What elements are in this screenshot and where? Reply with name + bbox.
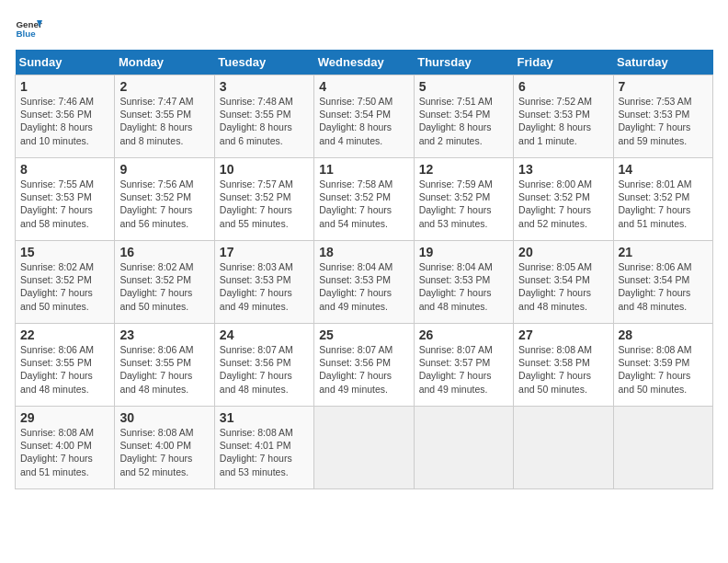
day-number: 22 (20, 327, 109, 342)
day-info: Sunrise: 8:08 AMSunset: 4:00 PMDaylight:… (20, 427, 94, 477)
weekday-header: Friday (514, 50, 613, 75)
calendar-cell: 8 Sunrise: 7:55 AMSunset: 3:53 PMDayligh… (16, 158, 115, 241)
calendar-cell: 14 Sunrise: 8:01 AMSunset: 3:52 PMDaylig… (613, 158, 712, 241)
day-info: Sunrise: 7:55 AMSunset: 3:53 PMDaylight:… (20, 178, 94, 229)
day-info: Sunrise: 7:57 AMSunset: 3:52 PMDaylight:… (220, 178, 293, 229)
weekday-header: Monday (115, 50, 214, 75)
day-info: Sunrise: 7:59 AMSunset: 3:52 PMDaylight:… (419, 178, 493, 229)
calendar-week-row: 15 Sunrise: 8:02 AMSunset: 3:52 PMDaylig… (16, 241, 713, 324)
day-info: Sunrise: 8:04 AMSunset: 3:53 PMDaylight:… (319, 261, 392, 312)
calendar-cell: 5 Sunrise: 7:51 AMSunset: 3:54 PMDayligh… (414, 75, 513, 158)
logo-icon: General Blue (15, 15, 42, 42)
calendar-cell: 25 Sunrise: 8:07 AMSunset: 3:56 PMDaylig… (314, 324, 414, 407)
day-info: Sunrise: 7:53 AMSunset: 3:53 PMDaylight:… (619, 96, 692, 146)
day-info: Sunrise: 8:02 AMSunset: 3:52 PMDaylight:… (20, 261, 94, 312)
day-number: 2 (119, 79, 209, 94)
calendar-cell: 13 Sunrise: 8:00 AMSunset: 3:52 PMDaylig… (514, 158, 613, 241)
calendar-cell: 15 Sunrise: 8:02 AMSunset: 3:52 PMDaylig… (16, 241, 115, 324)
day-info: Sunrise: 8:05 AMSunset: 3:54 PMDaylight:… (518, 261, 592, 312)
svg-text:Blue: Blue (17, 29, 37, 39)
calendar-cell: 1 Sunrise: 7:46 AMSunset: 3:56 PMDayligh… (16, 75, 115, 158)
day-number: 8 (20, 162, 109, 177)
day-info: Sunrise: 8:01 AMSunset: 3:52 PMDaylight:… (619, 178, 692, 229)
day-info: Sunrise: 8:08 AMSunset: 3:59 PMDaylight:… (619, 344, 692, 395)
calendar-cell: 6 Sunrise: 7:52 AMSunset: 3:53 PMDayligh… (514, 75, 613, 158)
day-number: 10 (220, 162, 309, 177)
calendar-week-row: 8 Sunrise: 7:55 AMSunset: 3:53 PMDayligh… (16, 158, 713, 241)
calendar-week-row: 22 Sunrise: 8:06 AMSunset: 3:55 PMDaylig… (16, 324, 713, 407)
day-number: 23 (119, 327, 209, 342)
day-number: 21 (619, 245, 708, 259)
day-number: 14 (619, 162, 708, 177)
day-info: Sunrise: 8:08 AMSunset: 3:58 PMDaylight:… (518, 344, 592, 395)
header: General Blue (15, 15, 713, 42)
calendar-cell: 18 Sunrise: 8:04 AMSunset: 3:53 PMDaylig… (314, 241, 414, 324)
day-info: Sunrise: 7:46 AMSunset: 3:56 PMDaylight:… (20, 96, 94, 146)
day-number: 5 (419, 79, 508, 94)
calendar-cell: 9 Sunrise: 7:56 AMSunset: 3:52 PMDayligh… (115, 158, 214, 241)
day-number: 17 (220, 245, 309, 259)
day-number: 7 (619, 79, 708, 94)
day-info: Sunrise: 7:50 AMSunset: 3:54 PMDaylight:… (319, 96, 392, 146)
day-info: Sunrise: 7:52 AMSunset: 3:53 PMDaylight:… (518, 96, 592, 146)
calendar-cell: 21 Sunrise: 8:06 AMSunset: 3:54 PMDaylig… (613, 241, 712, 324)
day-info: Sunrise: 8:04 AMSunset: 3:53 PMDaylight:… (419, 261, 493, 312)
calendar-week-row: 1 Sunrise: 7:46 AMSunset: 3:56 PMDayligh… (16, 75, 713, 158)
weekday-header: Thursday (414, 50, 513, 75)
day-number: 29 (20, 410, 109, 425)
day-info: Sunrise: 7:48 AMSunset: 3:55 PMDaylight:… (220, 96, 293, 146)
calendar-cell: 12 Sunrise: 7:59 AMSunset: 3:52 PMDaylig… (414, 158, 513, 241)
weekday-header: Sunday (16, 50, 115, 75)
day-number: 6 (518, 79, 608, 94)
day-number: 28 (619, 327, 708, 342)
weekday-header: Wednesday (314, 50, 414, 75)
calendar-cell (613, 407, 712, 489)
day-info: Sunrise: 8:00 AMSunset: 3:52 PMDaylight:… (518, 178, 592, 229)
calendar-cell: 22 Sunrise: 8:06 AMSunset: 3:55 PMDaylig… (16, 324, 115, 407)
day-number: 25 (319, 327, 408, 342)
day-info: Sunrise: 7:58 AMSunset: 3:52 PMDaylight:… (319, 178, 392, 229)
day-info: Sunrise: 8:06 AMSunset: 3:55 PMDaylight:… (20, 344, 94, 395)
calendar-cell: 11 Sunrise: 7:58 AMSunset: 3:52 PMDaylig… (314, 158, 414, 241)
day-number: 20 (518, 245, 608, 259)
day-number: 30 (119, 410, 209, 425)
day-number: 4 (319, 79, 408, 94)
day-info: Sunrise: 8:02 AMSunset: 3:52 PMDaylight:… (119, 261, 193, 312)
day-info: Sunrise: 8:06 AMSunset: 3:55 PMDaylight:… (119, 344, 193, 395)
calendar-cell: 10 Sunrise: 7:57 AMSunset: 3:52 PMDaylig… (214, 158, 313, 241)
day-number: 26 (419, 327, 508, 342)
calendar-cell (314, 407, 414, 489)
calendar-cell: 4 Sunrise: 7:50 AMSunset: 3:54 PMDayligh… (314, 75, 414, 158)
day-info: Sunrise: 8:07 AMSunset: 3:57 PMDaylight:… (419, 344, 493, 395)
day-info: Sunrise: 8:07 AMSunset: 3:56 PMDaylight:… (319, 344, 392, 395)
calendar-cell: 30 Sunrise: 8:08 AMSunset: 4:00 PMDaylig… (115, 407, 214, 489)
day-number: 11 (319, 162, 408, 177)
page-container: General Blue SundayMondayTuesdayWednesda… (15, 15, 713, 489)
day-number: 27 (518, 327, 608, 342)
day-number: 3 (220, 79, 309, 94)
calendar-cell: 29 Sunrise: 8:08 AMSunset: 4:00 PMDaylig… (16, 407, 115, 489)
logo: General Blue (15, 15, 42, 42)
calendar-cell: 2 Sunrise: 7:47 AMSunset: 3:55 PMDayligh… (115, 75, 214, 158)
day-number: 24 (220, 327, 309, 342)
calendar-table: SundayMondayTuesdayWednesdayThursdayFrid… (15, 50, 713, 489)
calendar-cell: 20 Sunrise: 8:05 AMSunset: 3:54 PMDaylig… (514, 241, 613, 324)
day-info: Sunrise: 8:06 AMSunset: 3:54 PMDaylight:… (619, 261, 692, 312)
calendar-cell (514, 407, 613, 489)
calendar-week-row: 29 Sunrise: 8:08 AMSunset: 4:00 PMDaylig… (16, 407, 713, 489)
calendar-cell: 24 Sunrise: 8:07 AMSunset: 3:56 PMDaylig… (214, 324, 313, 407)
calendar-cell: 3 Sunrise: 7:48 AMSunset: 3:55 PMDayligh… (214, 75, 313, 158)
day-number: 16 (119, 245, 209, 259)
day-number: 13 (518, 162, 608, 177)
calendar-cell: 7 Sunrise: 7:53 AMSunset: 3:53 PMDayligh… (613, 75, 712, 158)
calendar-cell: 27 Sunrise: 8:08 AMSunset: 3:58 PMDaylig… (514, 324, 613, 407)
weekday-header: Tuesday (214, 50, 313, 75)
calendar-cell: 17 Sunrise: 8:03 AMSunset: 3:53 PMDaylig… (214, 241, 313, 324)
day-info: Sunrise: 7:56 AMSunset: 3:52 PMDaylight:… (119, 178, 193, 229)
day-number: 9 (119, 162, 209, 177)
day-info: Sunrise: 8:03 AMSunset: 3:53 PMDaylight:… (220, 261, 293, 312)
calendar-cell: 26 Sunrise: 8:07 AMSunset: 3:57 PMDaylig… (414, 324, 513, 407)
day-info: Sunrise: 8:07 AMSunset: 3:56 PMDaylight:… (220, 344, 293, 395)
day-info: Sunrise: 8:08 AMSunset: 4:00 PMDaylight:… (119, 427, 193, 477)
day-info: Sunrise: 7:51 AMSunset: 3:54 PMDaylight:… (419, 96, 493, 146)
